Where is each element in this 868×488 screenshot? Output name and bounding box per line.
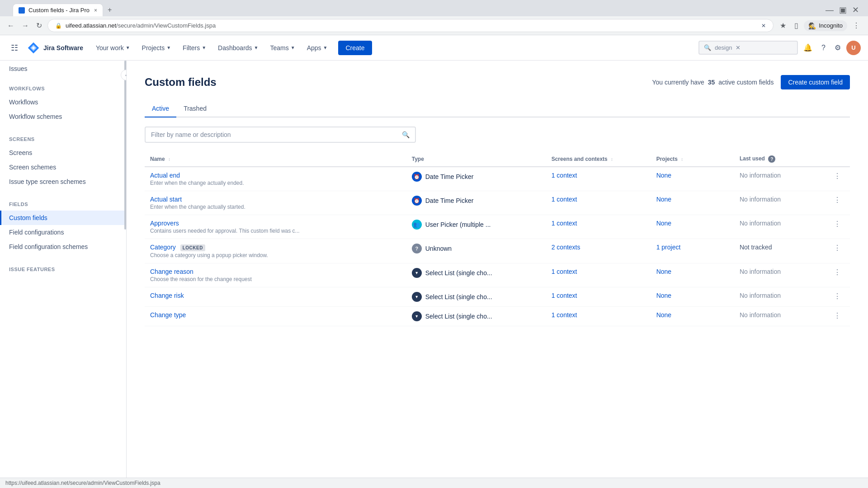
actions-cell: ⋮ xyxy=(825,263,850,287)
screens-link-change-reason[interactable]: 1 context xyxy=(552,268,577,275)
row-menu-change-risk[interactable]: ⋮ xyxy=(830,291,844,302)
screens-link-actual-end[interactable]: 1 context xyxy=(552,172,577,179)
minimize-button[interactable]: — xyxy=(826,5,834,15)
nav-search-bar[interactable]: 🔍 design ✕ xyxy=(698,41,798,55)
status-bar: https://uifeed.atlassian.net/secure/admi… xyxy=(0,478,868,483)
field-name-approvers[interactable]: Approvers xyxy=(150,220,179,227)
field-name-actual-start[interactable]: Actual start xyxy=(150,196,182,203)
sidebar-scrollbar[interactable] xyxy=(124,61,126,230)
field-name-change-reason[interactable]: Change reason xyxy=(150,268,193,275)
create-custom-field-button[interactable]: Create custom field xyxy=(781,75,850,89)
locked-badge-category: LOCKED xyxy=(180,244,205,251)
field-name-change-risk[interactable]: Change risk xyxy=(150,292,184,299)
screens-link-category[interactable]: 2 contexts xyxy=(552,244,580,251)
tab-bar: Custom fields - Jira Pro × + xyxy=(9,4,116,16)
sidebar-item-issues[interactable]: Issues xyxy=(0,61,126,77)
last-used-cell: No information xyxy=(734,167,825,191)
nav-search-clear[interactable]: ✕ xyxy=(736,44,741,51)
user-avatar[interactable]: U xyxy=(846,41,861,55)
filter-input-wrap[interactable]: 🔍 xyxy=(145,127,416,143)
row-menu-category[interactable]: ⋮ xyxy=(830,242,844,253)
screens-sort-icon[interactable]: ↕ xyxy=(611,157,613,162)
type-icon-select-3: ▼ xyxy=(412,311,422,321)
row-menu-change-reason[interactable]: ⋮ xyxy=(830,267,844,278)
tab-close-button[interactable]: × xyxy=(94,7,97,14)
row-menu-actual-end[interactable]: ⋮ xyxy=(830,170,844,182)
app-switcher-button[interactable]: ☷ xyxy=(7,39,22,56)
type-label-change-risk: Select List (single cho... xyxy=(425,293,492,300)
field-desc-change-reason: Choose the reason for the change request xyxy=(150,276,401,282)
chrome-sidebar-button[interactable]: ▯ xyxy=(792,19,801,32)
settings-button[interactable]: ⚙ xyxy=(831,40,844,56)
sidebar: ‹ Issues WORKFLOWS Workflows Workflow sc… xyxy=(0,61,127,483)
sidebar-item-field-configurations[interactable]: Field configurations xyxy=(0,225,126,239)
table-row: Change type ▼ Select List (single cho...… xyxy=(145,306,850,326)
sidebar-item-workflows[interactable]: Workflows xyxy=(0,95,126,109)
forward-button[interactable]: → xyxy=(20,20,31,32)
nav-item-filters[interactable]: Filters ▼ xyxy=(177,41,212,55)
address-bar[interactable]: 🔒 uifeed.atlassian.net/secure/admin/View… xyxy=(47,19,774,32)
active-fields-prefix: You currently have xyxy=(652,79,704,86)
restore-button[interactable]: ▣ xyxy=(839,5,847,15)
issue-type-screen-schemes-label: Issue type screen schemes xyxy=(9,178,86,185)
help-button[interactable]: ? xyxy=(818,40,829,56)
screens-section-title: SCREENS xyxy=(0,136,126,145)
last-used-cell: Not tracked xyxy=(734,239,825,263)
active-tab[interactable]: Custom fields - Jira Pro × xyxy=(13,4,103,16)
name-sort-icon[interactable]: ↕ xyxy=(168,157,170,162)
last-used-help-icon[interactable]: ? xyxy=(768,155,775,163)
tab-active[interactable]: Active xyxy=(145,100,176,117)
sidebar-item-screens[interactable]: Screens xyxy=(0,145,126,160)
field-name-category[interactable]: Category xyxy=(150,244,176,251)
last-used-approvers: No information xyxy=(740,220,781,227)
projects-sort-icon[interactable]: ↕ xyxy=(681,157,683,162)
nav-item-projects[interactable]: Projects ▼ xyxy=(137,41,176,55)
field-name-actual-end[interactable]: Actual end xyxy=(150,172,180,179)
back-button[interactable]: ← xyxy=(5,20,16,32)
main-body: ‹ Issues WORKFLOWS Workflows Workflow sc… xyxy=(0,61,868,483)
last-used-category: Not tracked xyxy=(740,244,772,251)
custom-fields-label: Custom fields xyxy=(9,214,47,221)
col-header-type: Type xyxy=(406,152,546,167)
type-cell-change-type: ▼ Select List (single cho... xyxy=(412,311,541,321)
sidebar-item-custom-fields[interactable]: Custom fields xyxy=(0,211,126,225)
jira-logo[interactable]: Jira Software xyxy=(24,42,87,54)
sidebar-item-field-configuration-schemes[interactable]: Field configuration schemes xyxy=(0,239,126,254)
screens-link-actual-start[interactable]: 1 context xyxy=(552,196,577,203)
screens-link-change-risk[interactable]: 1 context xyxy=(552,292,577,299)
field-name-change-type[interactable]: Change type xyxy=(150,311,186,319)
address-text: uifeed.atlassian.net/secure/admin/ViewCu… xyxy=(66,22,758,29)
create-button[interactable]: Create xyxy=(338,41,372,55)
field-type-cell: ▼ Select List (single cho... xyxy=(406,287,546,306)
browser-toolbar: ← → ↻ 🔒 uifeed.atlassian.net/secure/admi… xyxy=(0,16,868,35)
sidebar-item-workflow-schemes[interactable]: Workflow schemes xyxy=(0,109,126,124)
row-menu-approvers[interactable]: ⋮ xyxy=(830,218,844,230)
address-domain: uifeed.atlassian.net xyxy=(66,22,116,29)
close-button[interactable]: ✕ xyxy=(852,5,859,15)
screens-link-approvers[interactable]: 1 context xyxy=(552,220,577,227)
nav-item-dashboards[interactable]: Dashboards ▼ xyxy=(212,41,264,55)
table-row: Category LOCKED Choose a category using … xyxy=(145,239,850,263)
filter-input[interactable] xyxy=(151,131,402,138)
notifications-button[interactable]: 🔔 xyxy=(800,40,816,56)
tab-trashed[interactable]: Trashed xyxy=(176,100,214,117)
filter-search-button[interactable]: 🔍 xyxy=(402,131,410,138)
projects-link-category[interactable]: 1 project xyxy=(656,244,681,251)
nav-item-apps[interactable]: Apps ▼ xyxy=(302,41,333,55)
more-menu-button[interactable]: ⋮ xyxy=(850,19,863,32)
bookmark-button[interactable]: ★ xyxy=(777,19,789,32)
last-used-cell: No information xyxy=(734,191,825,215)
nav-item-your-work[interactable]: Your work ▼ xyxy=(90,41,136,55)
nav-item-teams[interactable]: Teams ▼ xyxy=(265,41,301,55)
sidebar-item-screen-schemes[interactable]: Screen schemes xyxy=(0,160,126,174)
reload-button[interactable]: ↻ xyxy=(34,19,44,32)
sidebar-item-issue-type-screen-schemes[interactable]: Issue type screen schemes xyxy=(0,174,126,189)
screens-link-change-type[interactable]: 1 context xyxy=(552,311,577,319)
field-type-cell: ⏰ Date Time Picker xyxy=(406,191,546,215)
address-path: /secure/admin/ViewCustomFields.jspa xyxy=(116,22,216,29)
row-menu-change-type[interactable]: ⋮ xyxy=(830,310,844,321)
row-menu-actual-start[interactable]: ⋮ xyxy=(830,194,844,206)
address-clear-icon[interactable]: ✕ xyxy=(761,23,766,29)
new-tab-button[interactable]: + xyxy=(103,4,116,16)
type-label-change-reason: Select List (single cho... xyxy=(425,269,492,277)
